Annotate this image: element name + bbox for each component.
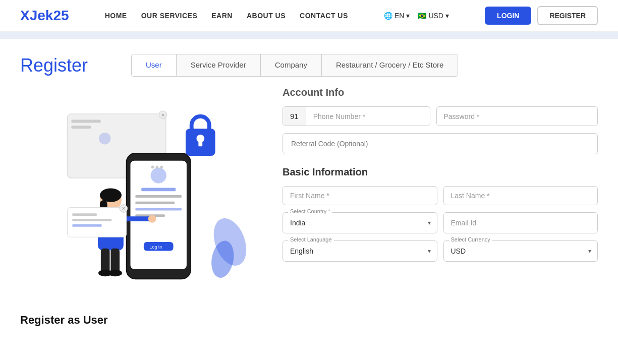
register-as-label: Register as User: [20, 314, 262, 327]
referral-row: [283, 133, 598, 166]
svg-point-19: [160, 165, 163, 168]
brand-name-black: XJek: [20, 8, 53, 23]
currency-chevron-icon: ▾: [445, 12, 449, 20]
svg-rect-30: [101, 249, 110, 273]
svg-text:Log In: Log In: [150, 245, 162, 250]
svg-rect-10: [141, 188, 176, 191]
register-body: 👍 Log In: [20, 87, 598, 327]
currency-field-label: Select Currency: [449, 236, 492, 242]
password-input[interactable]: [436, 106, 598, 126]
first-name-input[interactable]: [283, 186, 437, 205]
illustration-column: 👍 Log In: [20, 87, 262, 327]
country-select[interactable]: India USA UK Australia: [283, 213, 437, 233]
illustration-svg: 👍 Log In: [20, 89, 262, 306]
tab-company[interactable]: Company: [261, 54, 322, 76]
svg-rect-36: [67, 208, 126, 237]
main-content: Register User Service Provider Company R…: [0, 39, 618, 347]
phone-prefix: 91: [283, 107, 306, 126]
currency-select-wrapper: Select Currency USD INR EUR GBP ▾: [443, 240, 598, 262]
language-label: Select Language: [288, 236, 334, 242]
svg-rect-39: [72, 224, 102, 227]
tab-service-provider[interactable]: Service Provider: [177, 54, 261, 76]
phone-input[interactable]: [306, 107, 430, 126]
illustration-box: 👍 Log In: [20, 87, 262, 309]
lang-chevron-icon: ▾: [406, 12, 410, 20]
email-input-wrap: [443, 212, 598, 233]
register-title: Register: [20, 55, 111, 76]
svg-point-33: [108, 270, 122, 277]
auth-actions: LOGIN REGISTER: [485, 6, 598, 25]
currency-selector[interactable]: 🇧🇷 USD ▾: [418, 12, 449, 20]
phone-input-group: 91: [283, 106, 430, 126]
svg-text:✕: ✕: [122, 206, 126, 211]
last-name-input[interactable]: [443, 186, 598, 205]
svg-point-26: [100, 188, 122, 202]
currency-select[interactable]: USD INR EUR GBP: [444, 241, 598, 261]
nav-contact[interactable]: CONTACT US: [300, 12, 348, 20]
name-row: [283, 186, 598, 205]
svg-rect-37: [72, 213, 97, 216]
svg-rect-2: [71, 126, 91, 129]
svg-rect-31: [110, 249, 120, 273]
register-tabs: User Service Provider Company Restaurant…: [131, 54, 458, 77]
nav-about[interactable]: ABOUT US: [247, 12, 286, 20]
lang-label: EN: [395, 12, 404, 20]
nav-home[interactable]: HOME: [105, 12, 127, 20]
brand-logo[interactable]: XJek25: [20, 8, 69, 24]
navbar: XJek25 HOME OUR SERVICES EARN ABOUT US C…: [0, 0, 618, 32]
tab-user[interactable]: User: [132, 54, 177, 76]
language-select-wrapper: Select Language English Hindi French Spa…: [283, 240, 437, 262]
language-select[interactable]: English Hindi French Spanish: [283, 241, 437, 261]
basic-info-title: Basic Information: [283, 166, 598, 178]
language-currency-row: Select Language English Hindi French Spa…: [283, 240, 598, 262]
referral-input[interactable]: [283, 133, 598, 154]
nav-earn[interactable]: EARN: [211, 12, 233, 20]
nav-links: HOME OUR SERVICES EARN ABOUT US CONTACT …: [105, 12, 348, 20]
nav-services[interactable]: OUR SERVICES: [141, 12, 198, 20]
svg-rect-11: [135, 195, 182, 198]
country-label: Select Country *: [288, 208, 332, 214]
flag-icon: 🇧🇷: [418, 12, 426, 20]
lang-currency-bar: 🌐 EN ▾ 🇧🇷 USD ▾: [384, 12, 449, 20]
svg-rect-28: [123, 216, 152, 221]
register-nav-button[interactable]: REGISTER: [537, 6, 598, 25]
country-email-row: Select Country * India USA UK Australia …: [283, 212, 598, 233]
svg-rect-12: [135, 202, 175, 204]
language-selector[interactable]: 🌐 EN ▾: [384, 12, 410, 20]
hero-banner: [0, 32, 618, 39]
svg-rect-13: [135, 208, 182, 211]
svg-rect-38: [72, 219, 111, 221]
register-header: Register User Service Provider Company R…: [20, 54, 598, 77]
svg-point-9: [151, 167, 166, 183]
svg-point-3: [99, 133, 110, 144]
globe-icon: 🌐: [384, 12, 392, 20]
email-input[interactable]: [444, 213, 598, 233]
country-select-wrapper: Select Country * India USA UK Australia …: [283, 212, 437, 233]
form-column: Account Info 91 Basic Information: [283, 87, 598, 269]
currency-label: USD: [428, 12, 443, 20]
phone-password-row: 91: [283, 106, 598, 126]
tab-restaurant[interactable]: Restaurant / Grocery / Etc Store: [322, 54, 458, 76]
svg-point-18: [155, 165, 158, 168]
account-info-title: Account Info: [283, 87, 598, 98]
svg-text:✕: ✕: [161, 112, 165, 118]
svg-point-17: [151, 165, 154, 168]
svg-point-29: [148, 215, 156, 223]
login-button[interactable]: LOGIN: [485, 7, 531, 25]
svg-rect-23: [198, 140, 202, 147]
svg-rect-1: [71, 120, 101, 123]
brand-name-blue: 25: [53, 8, 69, 23]
